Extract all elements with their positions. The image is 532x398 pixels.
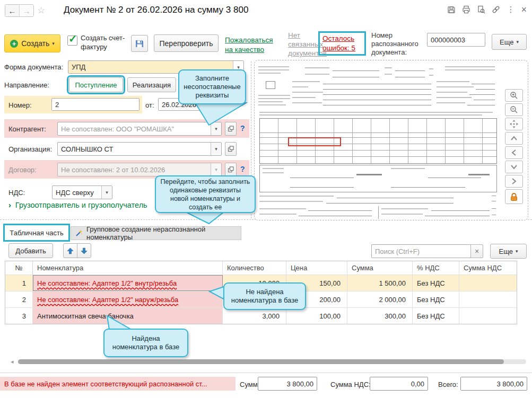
total-field: 3 800,00 — [460, 377, 527, 391]
errors-left-link[interactable]: Осталось ошибок: 5 — [320, 34, 361, 53]
contract-help-link[interactable]: ? — [240, 165, 245, 173]
row-nomenclature[interactable]: Не сопоставлен: Адаптер 1/2" наруж/резьб… — [33, 291, 223, 307]
floppy-icon — [135, 39, 144, 48]
page-title: Документ № 2 от 26.02.2026 на сумму 3 80… — [64, 5, 248, 15]
lock-button[interactable] — [505, 189, 523, 204]
col-header-price[interactable]: Цена — [286, 261, 347, 275]
zoom-in-button[interactable] — [505, 89, 523, 102]
callout-found: Найдена номенклатура в базе — [103, 329, 188, 357]
preview-search-icon[interactable] — [477, 5, 485, 14]
col-header-vat[interactable]: % НДС — [413, 261, 459, 275]
col-header-qty[interactable]: Количество — [223, 261, 286, 275]
vat-mode-dropdown-icon[interactable]: ▾ — [101, 186, 112, 199]
contract-dropdown-icon[interactable]: ▾ — [211, 163, 221, 176]
number-field[interactable]: 2 — [51, 98, 139, 111]
back-button[interactable]: ← — [5, 5, 20, 16]
magic-wand-icon — [75, 229, 83, 237]
toolbar-more-button[interactable]: Еще ▾ — [492, 34, 527, 50]
organization-dropdown-icon[interactable]: ▾ — [211, 143, 221, 155]
complain-quality-link[interactable]: Пожаловаться на качество — [225, 36, 281, 55]
contract-field[interactable]: Не сопоставлен: 2 от 10.02.2026 ▾ — [57, 163, 222, 176]
tab-group-create[interactable]: Групповое создание нераспознанной номенк… — [71, 226, 241, 240]
row-sum: 2 000,00 — [347, 291, 413, 307]
pan-button[interactable] — [505, 118, 523, 130]
organization-open-button[interactable] — [225, 142, 237, 156]
forward-button[interactable]: → — [20, 5, 33, 16]
direction-in-button[interactable]: Поступление — [69, 77, 123, 92]
table-more-caret-icon: ▾ — [516, 249, 518, 254]
consignor-expander[interactable]: ›Грузоотправитель и грузополучатель — [8, 201, 147, 209]
print-icon[interactable] — [462, 5, 470, 14]
scrollbar-thumb[interactable] — [18, 359, 504, 364]
consignor-link-label: Грузоотправитель и грузополучатель — [15, 201, 147, 209]
number-value: 2 — [52, 101, 139, 109]
toolbar-more-label: Еще — [500, 38, 513, 46]
table-more-label: Еще — [499, 247, 513, 255]
callout-fill-unmatched: Заполните несопоставленые реквизиты — [178, 69, 246, 104]
scroll-right-button[interactable] — [505, 175, 523, 188]
scrollbar-left-icon[interactable]: ◂ — [11, 358, 14, 365]
add-row-label: Добавить — [15, 247, 46, 255]
menu-kebab-icon[interactable]: ⋮ — [507, 5, 514, 14]
close-icon[interactable]: × — [521, 5, 527, 14]
save-button[interactable] — [131, 35, 148, 52]
unmatched-item-text: Не сопоставлен: Адаптер 1/2" внутр/резьб… — [37, 279, 177, 287]
toolbar-more-caret-icon: ▾ — [516, 39, 519, 45]
vat-mode-field[interactable]: НДС сверху ▾ — [52, 185, 112, 199]
scroll-up-button[interactable] — [505, 132, 523, 145]
h-scrollbar[interactable]: ◂ — [0, 358, 532, 366]
tab-main[interactable]: Табличная часть — [5, 226, 68, 240]
open-form-icon — [228, 146, 234, 152]
move-up-button[interactable] — [63, 243, 77, 258]
callout-goto-group-create: Перейдите, чтобы заполнить одинаковые ре… — [155, 175, 256, 213]
vat-mode-label: НДС: — [8, 189, 25, 197]
recognized-number-field[interactable]: 000000003 — [427, 33, 485, 47]
invoice-checkbox[interactable]: ✓ — [67, 36, 77, 46]
search-clear-button[interactable]: × — [470, 244, 483, 258]
preview-controls — [505, 89, 523, 206]
recognized-number-label: Номер распознанного документа: — [371, 31, 426, 57]
direction-out-button[interactable]: Реализация — [127, 77, 176, 92]
scroll-down-button[interactable] — [505, 161, 523, 173]
row-num: 1 — [5, 275, 33, 291]
row-vat: Без НДС — [413, 275, 459, 291]
col-header-nomenclature[interactable]: Номенклатура — [33, 261, 223, 275]
row-nomenclature[interactable]: Не сопоставлен: Адаптер 1/2" внутр/резьб… — [33, 275, 223, 291]
counterparty-value: Не сопоставлен: ООО "РОМАШКА" — [58, 125, 211, 133]
table-header-row: № Номенклатура Количество Цена Сумма % Н… — [5, 261, 517, 275]
contract-label: Договор: — [8, 166, 37, 174]
direction-in-label: Поступление — [75, 81, 117, 89]
add-row-button[interactable]: Добавить — [8, 243, 53, 258]
tab-group-create-label: Групповое создание нераспознанной номенк… — [86, 225, 241, 241]
zoom-out-icon — [510, 105, 518, 114]
expander-chevron-icon: › — [8, 201, 11, 209]
create-button[interactable]: + Создать ▾ — [4, 34, 60, 52]
row-sum: 1 500,00 — [347, 275, 413, 291]
lock-icon — [510, 192, 518, 201]
organization-field[interactable]: СОЛНЫШКО СТ ▾ — [57, 142, 222, 156]
history-nav: ← → — [5, 4, 34, 17]
link-icon[interactable] — [492, 5, 500, 14]
col-header-num[interactable]: № — [5, 261, 33, 275]
table-more-button[interactable]: Еще ▾ — [490, 244, 527, 259]
move-down-button[interactable] — [77, 243, 91, 258]
row-vat-sum — [459, 308, 517, 324]
zoom-out-button[interactable] — [505, 103, 523, 116]
create-button-label: Создать — [21, 39, 49, 48]
status-message-text: В базе не найден элемент соответствующий… — [0, 380, 207, 388]
direction-label: Направление: — [4, 81, 49, 89]
col-header-vat-sum[interactable]: Сумма НДС — [459, 261, 517, 275]
vat-sum-field: 0,00 — [370, 377, 428, 391]
invoice-checkbox-label[interactable]: Создать счет-фактуру — [81, 33, 129, 51]
sum-field: 3 800,00 — [258, 377, 317, 391]
scroll-left-button[interactable] — [505, 146, 523, 159]
recheck-button[interactable]: Перепроверить — [154, 34, 219, 52]
row-num: 3 — [5, 308, 33, 324]
col-header-sum[interactable]: Сумма — [347, 261, 413, 275]
contract-open-button[interactable] — [225, 163, 237, 176]
save-icon[interactable] — [447, 5, 456, 14]
favorite-star-icon[interactable]: ☆ — [37, 5, 45, 16]
zoom-in-icon — [510, 91, 518, 100]
search-input[interactable] — [371, 244, 471, 258]
counterparty-label: Контрагент: — [8, 125, 46, 133]
